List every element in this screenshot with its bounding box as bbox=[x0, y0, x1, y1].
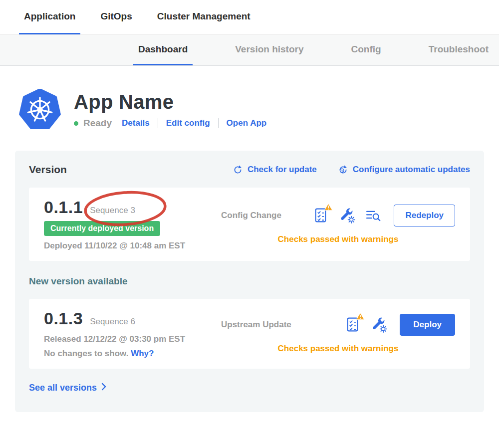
config-wrench-icon[interactable] bbox=[371, 316, 388, 333]
no-changes-row: No changes to show. Why? bbox=[44, 349, 216, 359]
warning-triangle-icon bbox=[356, 312, 365, 322]
see-all-versions-label: See all versions bbox=[29, 383, 97, 393]
tab-application[interactable]: Application bbox=[19, 0, 80, 34]
current-version-action-row: Config Change bbox=[221, 205, 455, 226]
version-panel: Version Check for update bbox=[15, 151, 484, 412]
new-sequence-label: Sequence 6 bbox=[90, 317, 135, 327]
why-link[interactable]: Why? bbox=[131, 349, 154, 358]
app-header: App Name Ready Details Edit config Open … bbox=[19, 89, 499, 131]
new-version-card: 0.1.3 Sequence 6 Released 12/12/22 @ 03:… bbox=[29, 299, 470, 369]
app-header-text: App Name Ready Details Edit config Open … bbox=[74, 91, 266, 129]
status-label: Ready bbox=[83, 118, 112, 129]
checks-status: Checks passed with warnings bbox=[221, 344, 455, 354]
warning-triangle-icon bbox=[324, 203, 333, 213]
preflight-checks-icon[interactable] bbox=[313, 207, 330, 224]
new-version-action-row: Upstream Update bbox=[221, 314, 455, 336]
status-row: Ready Details Edit config Open App bbox=[74, 118, 266, 129]
new-version-heading: New version available bbox=[29, 276, 470, 287]
change-type-label: Config Change bbox=[221, 211, 301, 221]
primary-nav: Application GitOps Cluster Management bbox=[0, 0, 499, 35]
deployed-timestamp: Deployed 11/10/22 @ 10:48 am EST bbox=[44, 241, 216, 251]
current-version-info: 0.1.1 Sequence 3 Currently deployed vers… bbox=[44, 198, 216, 251]
version-panel-header: Version Check for update bbox=[29, 164, 470, 176]
tab-gitops[interactable]: GitOps bbox=[95, 0, 137, 34]
view-files-icon[interactable] bbox=[365, 207, 382, 224]
tab-dashboard[interactable]: Dashboard bbox=[133, 35, 193, 65]
new-version-number: 0.1.3 bbox=[44, 309, 83, 328]
deployed-badge: Currently deployed version bbox=[44, 221, 160, 236]
refresh-icon bbox=[233, 165, 243, 175]
version-heading: Version bbox=[29, 164, 67, 176]
tab-cluster-management[interactable]: Cluster Management bbox=[152, 0, 255, 34]
divider bbox=[158, 118, 158, 128]
deploy-button[interactable]: Deploy bbox=[400, 314, 455, 336]
current-version-line: 0.1.1 Sequence 3 bbox=[44, 198, 216, 217]
current-version-actions: Config Change bbox=[221, 198, 455, 251]
version-panel-actions: Check for update Configure automatic upd… bbox=[233, 165, 470, 175]
configure-auto-updates-label: Configure automatic updates bbox=[353, 165, 470, 175]
kubernetes-logo bbox=[19, 89, 61, 131]
tab-version-history[interactable]: Version history bbox=[230, 35, 308, 65]
no-changes-text: No changes to show. bbox=[44, 349, 128, 358]
config-wrench-icon[interactable] bbox=[339, 207, 356, 224]
status-dot bbox=[74, 121, 78, 126]
check-for-update-label: Check for update bbox=[248, 165, 317, 175]
edit-config-link[interactable]: Edit config bbox=[166, 118, 210, 128]
current-version-number: 0.1.1 bbox=[44, 198, 83, 217]
version-icon-group bbox=[345, 316, 388, 333]
released-timestamp: Released 12/12/22 @ 03:30 pm EST bbox=[44, 334, 216, 344]
open-app-link[interactable]: Open App bbox=[227, 118, 267, 128]
redeploy-button[interactable]: Redeploy bbox=[394, 205, 455, 226]
app-sub-nav: Dashboard Version history Config Trouble… bbox=[0, 35, 499, 66]
details-link[interactable]: Details bbox=[122, 118, 150, 128]
version-icon-group bbox=[313, 207, 382, 224]
new-version-actions: Upstream Update bbox=[221, 309, 455, 359]
tab-troubleshoot[interactable]: Troubleshoot bbox=[424, 35, 494, 65]
new-version-info: 0.1.3 Sequence 6 Released 12/12/22 @ 03:… bbox=[44, 309, 216, 359]
see-all-versions-link[interactable]: See all versions bbox=[29, 383, 107, 393]
check-for-update-link[interactable]: Check for update bbox=[233, 165, 317, 175]
configure-auto-updates-link[interactable]: Configure automatic updates bbox=[338, 165, 470, 175]
checks-status: Checks passed with warnings bbox=[221, 234, 455, 244]
current-version-card: 0.1.1 Sequence 3 Currently deployed vers… bbox=[29, 188, 470, 261]
schedule-refresh-icon bbox=[338, 165, 348, 175]
preflight-checks-icon[interactable] bbox=[345, 316, 362, 333]
tab-config[interactable]: Config bbox=[346, 35, 386, 65]
divider bbox=[218, 118, 219, 128]
chevron-right-icon bbox=[101, 383, 107, 393]
page-title: App Name bbox=[74, 91, 266, 113]
current-sequence-label: Sequence 3 bbox=[90, 206, 135, 216]
change-type-label: Upstream Update bbox=[221, 320, 333, 330]
new-version-line: 0.1.3 Sequence 6 bbox=[44, 309, 216, 328]
